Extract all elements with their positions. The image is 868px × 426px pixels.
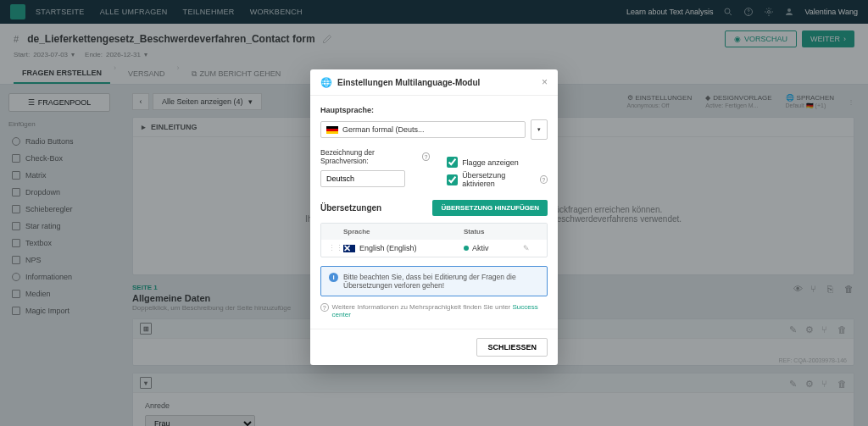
table-row: ⋮⋮ English (English) Aktiv ✎ — [321, 240, 547, 257]
edit-row-icon[interactable]: ✎ — [523, 244, 540, 252]
info-icon: i — [329, 273, 338, 282]
multilanguage-modal: 🌐 Einstellungen Multilanguage-Modul × Ha… — [310, 69, 558, 365]
close-button[interactable]: SCHLIESSEN — [476, 338, 548, 357]
language-dropdown-button[interactable]: ▾ — [531, 119, 548, 140]
close-icon[interactable]: × — [542, 76, 548, 88]
help-icon[interactable]: ? — [540, 175, 548, 184]
modal-title: Einstellungen Multilanguage-Modul — [337, 78, 537, 87]
globe-icon: 🌐 — [320, 77, 332, 88]
version-input[interactable] — [320, 170, 405, 187]
help-icon[interactable]: ? — [422, 152, 431, 161]
translations-table: Sprache Status ⋮⋮ English (English) Akti… — [320, 223, 548, 257]
row-status: Aktiv — [472, 244, 489, 252]
status-dot-icon — [464, 246, 469, 251]
main-language-label: Hauptsprache: — [320, 106, 548, 114]
modal-overlay[interactable]: 🌐 Einstellungen Multilanguage-Modul × Ha… — [0, 0, 868, 426]
drag-handle-icon[interactable]: ⋮⋮ — [328, 244, 343, 252]
row-language: English (English) — [359, 244, 417, 252]
flag-en-icon — [343, 245, 355, 252]
col-status: Status — [464, 228, 523, 235]
flag-de-icon — [326, 126, 338, 134]
translations-heading: Übersetzungen — [320, 203, 432, 213]
enable-translation-checkbox[interactable]: Übersetzung aktivieren? — [447, 171, 548, 188]
version-label: Bezeichnung der Sprachversion: — [320, 148, 420, 165]
hint-text: Weitere Informationen zu Mehrsprachigkei… — [332, 303, 511, 311]
add-translation-button[interactable]: ÜBERSETZUNG HINZUFÜGEN — [432, 200, 548, 216]
main-language-select[interactable]: German formal (Deuts... — [320, 121, 526, 138]
col-language: Sprache — [343, 228, 464, 235]
show-flag-checkbox[interactable]: Flagge anzeigen — [447, 157, 548, 168]
help-icon: ? — [320, 303, 329, 312]
warning-alert: i Bitte beachten Sie, dass bei Editierun… — [320, 266, 548, 296]
